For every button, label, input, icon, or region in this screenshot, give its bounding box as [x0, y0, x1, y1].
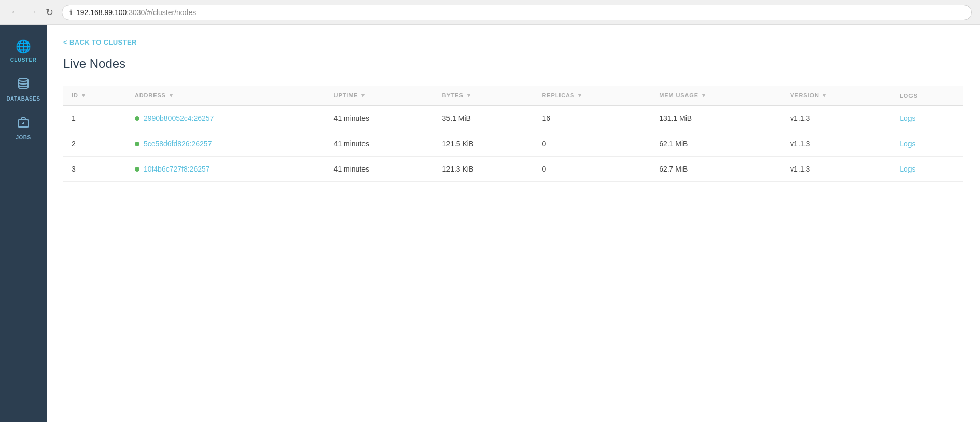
address-link-1[interactable]: 5ce58d6fd826:26257 [144, 139, 212, 148]
cell-address-1: 5ce58d6fd826:26257 [127, 131, 326, 157]
logs-link-1[interactable]: Logs [900, 139, 915, 148]
databases-icon [17, 77, 30, 93]
url-host: 192.168.99.100 [76, 8, 127, 17]
cluster-icon: 🌐 [16, 39, 31, 54]
status-dot-0 [135, 116, 139, 121]
table-header-row: ID ▾ ADDRESS ▾ UPTIME ▾ BYTES ▾ REPLICAS… [63, 86, 963, 106]
cell-id-2: 3 [63, 157, 127, 182]
cell-bytes-2: 121.3 KiB [434, 157, 534, 182]
cell-mem-usage-2: 62.7 MiB [651, 157, 782, 182]
sidebar-item-jobs[interactable]: JOBS [0, 110, 47, 147]
page-title: Live Nodes [63, 57, 963, 71]
browser-chrome: ← → ↻ ℹ 192.168.99.100:3030/#/cluster/no… [0, 0, 980, 25]
cell-replicas-2: 0 [534, 157, 651, 182]
sidebar-label-jobs: JOBS [16, 135, 31, 140]
jobs-icon [17, 116, 30, 132]
status-dot-2 [135, 167, 139, 172]
cell-logs-1: Logs [891, 131, 963, 157]
col-header-version[interactable]: VERSION ▾ [782, 86, 891, 106]
table-row: 3 10f4b6c727f8:26257 41 minutes 121.3 Ki… [63, 157, 963, 182]
sidebar-label-databases: DATABASES [6, 96, 40, 102]
cell-uptime-2: 41 minutes [326, 157, 434, 182]
svg-point-0 [19, 78, 28, 81]
cell-address-2: 10f4b6c727f8:26257 [127, 157, 326, 182]
col-header-replicas[interactable]: REPLICAS ▾ [534, 86, 651, 106]
cell-address-0: 2990b80052c4:26257 [127, 106, 326, 131]
nodes-table: ID ▾ ADDRESS ▾ UPTIME ▾ BYTES ▾ REPLICAS… [63, 86, 963, 182]
back-button[interactable]: ← [8, 5, 22, 20]
main-content: < BACK TO CLUSTER Live Nodes ID ▾ ADDRES… [47, 25, 980, 422]
table-row: 2 5ce58d6fd826:26257 41 minutes 121.5 Ki… [63, 131, 963, 157]
cell-bytes-1: 121.5 KiB [434, 131, 534, 157]
address-link-2[interactable]: 10f4b6c727f8:26257 [144, 165, 210, 173]
cell-mem-usage-0: 131.1 MiB [651, 106, 782, 131]
forward-button[interactable]: → [26, 5, 39, 20]
address-link-0[interactable]: 2990b80052c4:26257 [144, 114, 214, 122]
cell-uptime-1: 41 minutes [326, 131, 434, 157]
cell-mem-usage-1: 62.1 MiB [651, 131, 782, 157]
cell-id-1: 2 [63, 131, 127, 157]
info-icon: ℹ [69, 8, 72, 17]
col-header-id[interactable]: ID ▾ [63, 86, 127, 106]
sidebar-label-cluster: CLUSTER [10, 57, 37, 63]
cell-logs-0: Logs [891, 106, 963, 131]
col-header-bytes[interactable]: BYTES ▾ [434, 86, 534, 106]
back-to-cluster-link[interactable]: < BACK TO CLUSTER [63, 38, 137, 46]
col-header-uptime[interactable]: UPTIME ▾ [326, 86, 434, 106]
cell-bytes-0: 35.1 MiB [434, 106, 534, 131]
table-row: 1 2990b80052c4:26257 41 minutes 35.1 MiB… [63, 106, 963, 131]
logs-link-2[interactable]: Logs [900, 165, 915, 173]
cell-logs-2: Logs [891, 157, 963, 182]
cell-replicas-1: 0 [534, 131, 651, 157]
sidebar: 🌐 CLUSTER DATABASES [0, 25, 47, 422]
cell-id-0: 1 [63, 106, 127, 131]
sidebar-item-cluster[interactable]: 🌐 CLUSTER [0, 33, 47, 69]
status-dot-1 [135, 142, 139, 146]
logs-link-0[interactable]: Logs [900, 114, 915, 122]
cell-replicas-0: 16 [534, 106, 651, 131]
cell-version-1: v1.1.3 [782, 131, 891, 157]
cell-version-0: v1.1.3 [782, 106, 891, 131]
url-port: :3030/#/cluster/nodes [127, 8, 196, 17]
nav-buttons: ← → ↻ [8, 5, 55, 20]
col-header-mem-usage[interactable]: MEM USAGE ▾ [651, 86, 782, 106]
reload-button[interactable]: ↻ [44, 5, 55, 20]
address-bar[interactable]: ℹ 192.168.99.100:3030/#/cluster/nodes [62, 5, 972, 20]
app-layout: 🌐 CLUSTER DATABASES [0, 25, 980, 422]
col-header-address[interactable]: ADDRESS ▾ [127, 86, 326, 106]
cell-uptime-0: 41 minutes [326, 106, 434, 131]
cell-version-2: v1.1.3 [782, 157, 891, 182]
url-text: 192.168.99.100:3030/#/cluster/nodes [76, 8, 196, 17]
sidebar-item-databases[interactable]: DATABASES [0, 71, 47, 108]
col-header-logs: LOGS [891, 86, 963, 106]
